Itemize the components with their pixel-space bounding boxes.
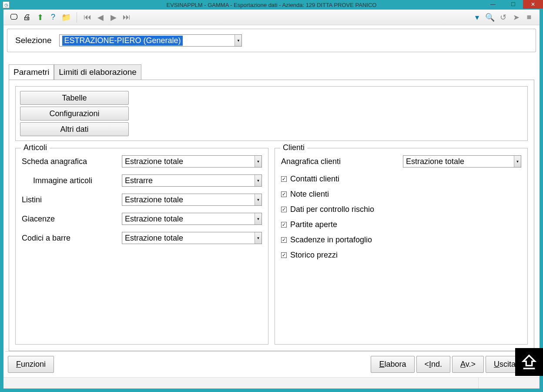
window-title: EVSINAPPLM - GAMMA - Esportazione dati -… xyxy=(167,2,377,8)
prev-icon[interactable]: ◀ xyxy=(94,11,107,23)
check-storico-label: Storico prezzi xyxy=(290,251,338,260)
tab-limiti[interactable]: Limiti di elaborazione xyxy=(54,64,141,80)
selection-combo[interactable]: ESTRAZIONE-PIERO (Generale) ▼ xyxy=(59,34,242,47)
checkbox-icon[interactable]: ✓ xyxy=(281,237,287,243)
title-bar: ◷ EVSINAPPLM - GAMMA - Esportazione dati… xyxy=(0,0,543,10)
chevron-down-icon: ▼ xyxy=(235,35,241,46)
close-button[interactable]: ✕ xyxy=(523,0,543,9)
combo-immagine-value: Estrarre xyxy=(125,176,153,185)
row-immagine: Immagine articoli Estrarre ▼ xyxy=(22,174,262,187)
row-scheda: Scheda anagrafica Estrazione totale ▼ xyxy=(22,155,262,168)
minimize-button[interactable]: — xyxy=(483,0,503,9)
selection-label: Selezione xyxy=(15,36,51,45)
status-segment-2 xyxy=(479,378,540,389)
checkbox-icon[interactable]: ✓ xyxy=(281,252,287,258)
combo-immagine[interactable]: Estrarre ▼ xyxy=(122,174,262,187)
combo-listini-value: Estrazione totale xyxy=(125,195,183,204)
combo-listini[interactable]: Estrazione totale ▼ xyxy=(122,194,262,206)
toolbar-separator xyxy=(77,12,77,23)
clienti-panel: Clienti Anagrafica clienti Estrazione to… xyxy=(275,148,528,345)
check-rischio[interactable]: ✓ Dati per controllo rischio xyxy=(281,205,521,214)
content-area: Selezione ESTRAZIONE-PIERO (Generale) ▼ … xyxy=(3,25,540,377)
search-icon[interactable]: 🔍 xyxy=(484,11,496,23)
checkbox-icon[interactable]: ✓ xyxy=(281,191,287,197)
row-anagrafica-clienti: Anagrafica clienti Estrazione totale ▼ xyxy=(281,155,521,168)
configurazioni-button[interactable]: Configurazioni xyxy=(20,107,129,121)
label-anagrafica-clienti: Anagrafica clienti xyxy=(281,157,403,166)
check-rischio-label: Dati per controllo rischio xyxy=(290,205,374,214)
maximize-button[interactable]: ☐ xyxy=(503,0,523,9)
upload-badge[interactable] xyxy=(515,348,543,376)
tab-parametri[interactable]: Parametri xyxy=(9,64,54,80)
check-partite[interactable]: ✓ Partite aperte xyxy=(281,220,521,229)
check-note-label: Note clienti xyxy=(290,190,329,199)
check-scadenze-label: Scadenze in portafoglio xyxy=(290,235,372,245)
check-storico[interactable]: ✓ Storico prezzi xyxy=(281,251,521,260)
check-scadenze[interactable]: ✓ Scadenze in portafoglio xyxy=(281,235,521,245)
label-giacenze: Giacenze xyxy=(22,214,122,224)
help-icon[interactable]: ? xyxy=(47,11,59,23)
combo-scheda[interactable]: Estrazione totale ▼ xyxy=(122,155,262,168)
undo-icon[interactable]: ↺ xyxy=(497,11,509,23)
check-contatti-label: Contatti clienti xyxy=(290,174,339,184)
window-controls: — ☐ ✕ xyxy=(483,0,543,9)
app-icon: ◷ xyxy=(3,1,10,8)
altri-dati-button[interactable]: Altri dati xyxy=(20,122,129,136)
chevron-down-icon: ▼ xyxy=(255,175,261,186)
status-segment-1 xyxy=(3,378,479,389)
combo-anagrafica-clienti[interactable]: Estrazione totale ▼ xyxy=(403,155,521,168)
buttons-group: Tabelle Configurazioni Altri dati xyxy=(15,86,528,141)
chevron-down-icon: ▼ xyxy=(255,194,261,205)
first-icon[interactable]: ⏮ xyxy=(81,11,94,23)
toolbar: 🖵 🖨 ⬆ ? 📁 ⏮ ◀ ▶ ⏭ ▾ 🔍 ↺ ➤ ■ xyxy=(3,10,540,25)
label-listini: Listini xyxy=(22,195,122,204)
chevron-down-icon: ▼ xyxy=(514,156,521,167)
avanti-button[interactable]: Av.> xyxy=(452,356,484,373)
check-note[interactable]: ✓ Note clienti xyxy=(281,190,521,199)
clienti-title: Clienti xyxy=(280,143,307,152)
indietro-button[interactable]: <Ind. xyxy=(416,356,451,373)
combo-scheda-value: Estrazione totale xyxy=(125,157,183,166)
combo-codici[interactable]: Estrazione totale ▼ xyxy=(122,232,262,244)
dropdown-icon[interactable]: ▾ xyxy=(471,11,483,23)
chevron-down-icon: ▼ xyxy=(255,232,261,244)
funzioni-button[interactable]: Funzioni xyxy=(8,356,54,373)
check-contatti[interactable]: ✓ Contatti clienti xyxy=(281,174,521,184)
row-listini: Listini Estrazione totale ▼ xyxy=(22,194,262,206)
checkbox-icon[interactable]: ✓ xyxy=(281,176,287,182)
status-bar xyxy=(3,377,540,389)
next-icon[interactable]: ▶ xyxy=(107,11,120,23)
tabelle-button[interactable]: Tabelle xyxy=(20,91,129,105)
combo-giacenze[interactable]: Estrazione totale ▼ xyxy=(122,213,262,225)
last-icon[interactable]: ⏭ xyxy=(121,11,133,23)
articoli-panel: Articoli Scheda anagrafica Estrazione to… xyxy=(15,148,268,345)
combo-anagrafica-clienti-value: Estrazione totale xyxy=(406,157,464,166)
forward-icon[interactable]: ➤ xyxy=(510,11,522,23)
row-codici: Codici a barre Estrazione totale ▼ xyxy=(22,232,262,244)
upload-icon xyxy=(520,353,538,371)
label-codici: Codici a barre xyxy=(22,234,122,243)
elabora-button[interactable]: Elabora xyxy=(371,356,414,373)
chevron-down-icon: ▼ xyxy=(255,156,261,167)
selection-group: Selezione ESTRAZIONE-PIERO (Generale) ▼ xyxy=(7,29,536,52)
selection-value: ESTRAZIONE-PIERO (Generale) xyxy=(62,36,182,46)
tab-pane-parametri: Tabelle Configurazioni Altri dati Artico… xyxy=(9,80,534,351)
folder-icon[interactable]: 📁 xyxy=(60,11,72,23)
window-frame: ◷ EVSINAPPLM - GAMMA - Esportazione dati… xyxy=(0,0,543,392)
row-giacenze: Giacenze Estrazione totale ▼ xyxy=(22,213,262,225)
chevron-down-icon: ▼ xyxy=(255,213,261,224)
export-icon[interactable]: ⬆ xyxy=(34,11,46,23)
stop-icon[interactable]: ■ xyxy=(523,11,535,23)
two-column-panels: Articoli Scheda anagrafica Estrazione to… xyxy=(15,148,528,345)
combo-giacenze-value: Estrazione totale xyxy=(125,214,183,224)
print-icon[interactable]: 🖨 xyxy=(21,11,33,23)
checkbox-icon[interactable]: ✓ xyxy=(281,222,287,228)
bottom-button-bar: Funzioni Elabora <Ind. Av.> Uscita xyxy=(5,351,538,375)
print-preview-icon[interactable]: 🖵 xyxy=(8,11,20,23)
label-immagine: Immagine articoli xyxy=(22,176,122,185)
tab-strip: Parametri Limiti di elaborazione xyxy=(9,64,538,80)
articoli-title: Articoli xyxy=(21,143,50,152)
checkbox-icon[interactable]: ✓ xyxy=(281,207,287,212)
label-scheda: Scheda anagrafica xyxy=(22,157,122,166)
combo-codici-value: Estrazione totale xyxy=(125,234,183,243)
